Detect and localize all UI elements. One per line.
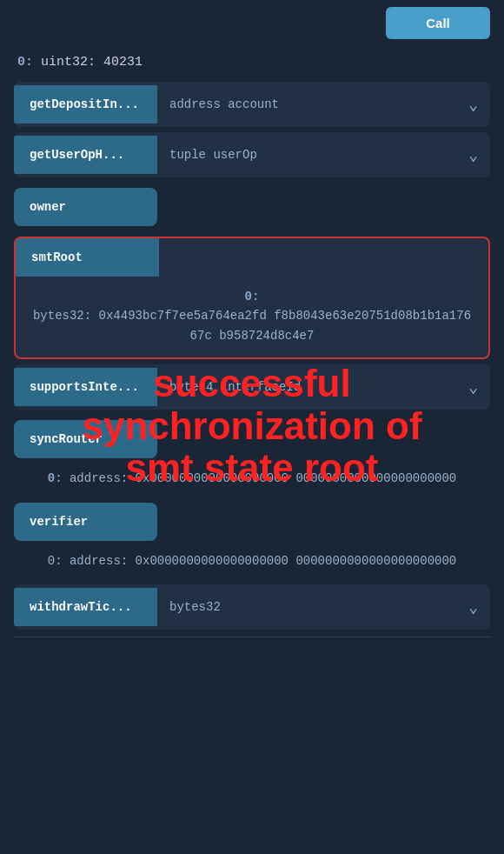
- get-deposit-in-button[interactable]: getDepositIn...: [14, 85, 157, 123]
- supports-intf-row: supportsInte... bytes4 interfaceId ⌄: [14, 364, 490, 410]
- uint-value: uint32: 40231: [41, 55, 143, 70]
- get-deposit-in-param: address account: [157, 85, 456, 123]
- get-user-op-h-param: tuple userOp: [157, 136, 456, 174]
- get-deposit-in-row: getDepositIn... address account ⌄: [14, 82, 490, 127]
- call-button[interactable]: Call: [386, 7, 490, 39]
- smt-root-container: smtRoot 0: bytes32: 0x4493bc7f7ee5a764ea…: [14, 237, 490, 359]
- sync-router-value: address: 0x0000000000000000000 000000000…: [70, 471, 456, 485]
- withdraw-param: bytes32: [157, 588, 456, 626]
- uint-index: 0:: [17, 55, 33, 70]
- verifier-button[interactable]: verifier: [14, 503, 157, 541]
- smt-root-header: smtRoot: [16, 238, 488, 277]
- get-user-op-h-chevron[interactable]: ⌄: [456, 133, 490, 177]
- sync-router-button[interactable]: syncRouter: [14, 420, 157, 458]
- smt-root-button[interactable]: smtRoot: [16, 238, 159, 277]
- sync-router-index: 0:: [48, 471, 63, 485]
- withdraw-row: withdrawTic... bytes32 ⌄: [14, 584, 490, 630]
- verifier-output: 0: address: 0x0000000000000000000 000000…: [0, 546, 504, 579]
- get-user-op-h-row: getUserOpH... tuple userOp ⌄: [14, 132, 490, 177]
- verifier-index: 0:: [48, 554, 63, 568]
- withdraw-button[interactable]: withdrawTic...: [14, 588, 157, 626]
- withdraw-chevron[interactable]: ⌄: [456, 585, 490, 629]
- sync-router-output: 0: address: 0x0000000000000000000 000000…: [0, 464, 504, 497]
- get-user-op-h-button[interactable]: getUserOpH...: [14, 136, 157, 174]
- bottom-separator: [14, 637, 490, 637]
- smt-root-index: 0:: [245, 290, 260, 304]
- owner-button[interactable]: owner: [14, 188, 157, 226]
- supports-intf-param: bytes4 interfaceId: [157, 368, 456, 406]
- uint-output-row: 0: uint32: 40231: [0, 46, 504, 77]
- top-bar: Call: [0, 0, 504, 46]
- sync-overlay-wrapper: supportsInte... bytes4 interfaceId ⌄ syn…: [0, 364, 504, 579]
- supports-intf-button[interactable]: supportsInte...: [14, 368, 157, 406]
- supports-intf-chevron[interactable]: ⌄: [456, 365, 490, 409]
- smt-root-value: bytes32: 0x4493bc7f7ee5a764ea2fd f8b8043…: [30, 306, 474, 345]
- verifier-value: address: 0x0000000000000000000 000000000…: [70, 554, 456, 568]
- smt-root-output: 0: bytes32: 0x4493bc7f7ee5a764ea2fd f8b8…: [16, 277, 488, 357]
- get-deposit-in-chevron[interactable]: ⌄: [456, 83, 490, 126]
